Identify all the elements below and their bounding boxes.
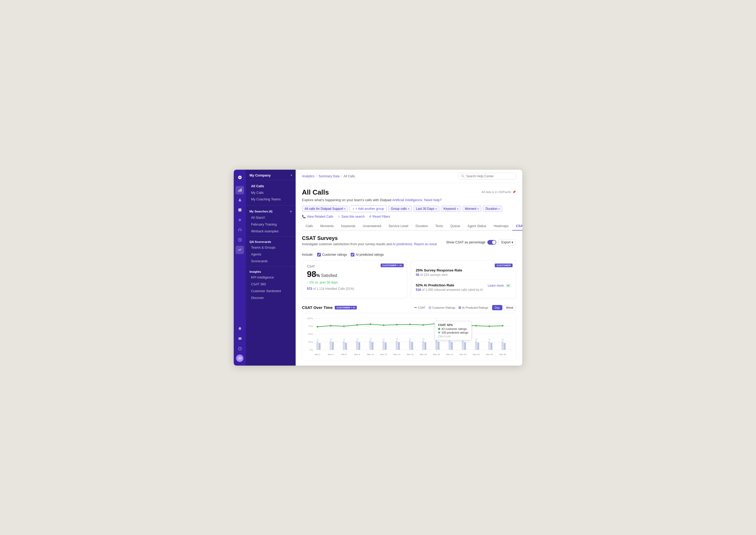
customer-ratings-checkbox[interactable] (317, 253, 321, 257)
filter-label-2: Group calls (391, 207, 407, 211)
tab-calls[interactable]: Calls (302, 222, 317, 231)
filter-label-5: Moment (465, 207, 476, 211)
tabs: Calls Moments Keywords Unanswered Servic… (302, 222, 516, 231)
qa-scorecards-label: QA Scorecards (249, 240, 271, 243)
report-issue-link[interactable]: Report an issue (414, 242, 437, 246)
company-selector[interactable]: My Company ▾ (246, 170, 295, 180)
sidebar-item-discover[interactable]: Discover (247, 295, 294, 301)
svg-rect-37 (411, 342, 413, 350)
sidebar-item-my-calls[interactable]: My Calls (247, 190, 294, 196)
svg-text:Mar 24: Mar 24 (460, 353, 467, 355)
nav-analytics-icon[interactable] (236, 186, 244, 194)
filter-group-calls[interactable]: Group calls ▾ (388, 206, 412, 212)
reset-filters-link[interactable]: ↺ Reset Filters (369, 215, 390, 218)
sidebar-divider (246, 205, 295, 206)
filter-label-3: Last 30 Days (416, 207, 434, 211)
app-logo[interactable] (236, 173, 244, 182)
svg-text:Mar 22: Mar 22 (446, 353, 453, 355)
user-avatar[interactable]: JD (236, 354, 243, 362)
sidebar-item-scorecards[interactable]: Scorecards (247, 258, 294, 264)
nav-contacts-icon[interactable] (236, 196, 244, 204)
svg-rect-45 (464, 342, 466, 350)
chart-btn-week[interactable]: Week (503, 305, 516, 310)
svg-point-54 (343, 325, 345, 327)
nav-notifications-icon[interactable] (236, 325, 244, 333)
nav-trends-icon[interactable] (236, 246, 244, 254)
sidebar-item-kpi[interactable]: KPI Intelligence (247, 274, 294, 281)
ai-link[interactable]: Artificial Intelligence. (392, 198, 423, 202)
chart-btn-day[interactable]: Day (492, 305, 503, 310)
svg-text:0%: 0% (310, 349, 313, 351)
save-search-link[interactable]: ☆ Save this search (338, 215, 365, 218)
sidebar-item-my-coaching-teams[interactable]: My Coaching Teams (247, 196, 294, 203)
sidebar-item-csat-360[interactable]: CSAT 360 (247, 281, 294, 288)
svg-text:18: 18 (449, 338, 451, 340)
sidebar-item-all-stars[interactable]: All Stars!! (247, 214, 294, 221)
tab-unanswered[interactable]: Unanswered (359, 222, 385, 231)
pin-icon[interactable]: 📌 (512, 190, 516, 194)
svg-point-53 (330, 325, 332, 326)
filter-duration[interactable]: Duration ▾ (483, 206, 502, 212)
nav-settings-icon[interactable] (236, 216, 244, 224)
nav-history-icon[interactable] (236, 236, 244, 244)
sidebar-item-winback[interactable]: Winback examples (247, 228, 294, 235)
svg-point-4 (239, 199, 240, 200)
tab-agent-status[interactable]: Agent Status (464, 222, 490, 231)
filter-label-1: + Add another group (355, 207, 384, 211)
filter-dialpad-support[interactable]: All calls for Dialpad Support ▾ (302, 206, 348, 212)
plus-icon: + (352, 207, 354, 211)
filter-last-30-days[interactable]: Last 30 Days ▾ (413, 206, 439, 212)
customer-ratings-checkbox-label[interactable]: Customer ratings (317, 253, 347, 257)
nav-chat-icon[interactable] (236, 335, 244, 343)
add-search-icon[interactable]: + (290, 209, 292, 213)
learn-more-link[interactable]: Learn more (488, 284, 504, 288)
svg-text:?: ? (239, 348, 240, 350)
company-name: My Company (249, 173, 271, 177)
svg-rect-7 (240, 230, 241, 231)
sidebar-item-customer-sentiment[interactable]: Customer Sentiment (247, 288, 294, 294)
ai-ratings-checkbox[interactable] (351, 253, 354, 257)
filter-add-group[interactable]: + + Add another group (350, 206, 387, 212)
tab-queue[interactable]: Queue (447, 222, 464, 231)
chart-legend: CSAT Customer Ratings Ai Predicted Ratin… (414, 306, 488, 309)
ai-predictions-link[interactable]: Ai predictions. (392, 242, 413, 246)
filter-label-6: Duration (486, 207, 497, 211)
tab-service-level[interactable]: Service Level (385, 222, 412, 231)
page-subtitle: Explore what's happening on your team's … (302, 198, 516, 202)
tab-heatmaps[interactable]: Heatmaps (490, 222, 512, 231)
actions-bar: 📞 View Related Calls ☆ Save this search … (302, 215, 516, 218)
filter-keyword[interactable]: Keyword ▾ (441, 206, 461, 212)
breadcrumb-analytics[interactable]: Analytics (302, 174, 315, 178)
sidebar-item-teams-groups[interactable]: Teams & Groups (247, 244, 294, 251)
sidebar-item-february-training[interactable]: February Training (247, 221, 294, 228)
sidebar-item-all-calls[interactable]: All Calls (247, 183, 294, 189)
svg-text:Mar 28: Mar 28 (486, 353, 493, 355)
export-button[interactable]: Export ▾ (498, 239, 516, 245)
need-help-link[interactable]: Need help? (423, 198, 441, 202)
nav-headset-icon[interactable] (236, 226, 244, 234)
tab-csat-surveys[interactable]: CSAT Surveys (512, 222, 522, 231)
search-box[interactable] (458, 173, 516, 180)
tab-keywords[interactable]: Keywords (337, 222, 359, 231)
right-stat-sub-1: 516 of 1,000 inbound answered calls rate… (416, 288, 511, 292)
csat-toggle[interactable] (488, 240, 496, 245)
nav-calls-icon[interactable] (236, 206, 244, 214)
tab-duration[interactable]: Duration (412, 222, 432, 231)
svg-rect-23 (319, 343, 321, 350)
tab-texts[interactable]: Texts (432, 222, 447, 231)
svg-rect-29 (358, 342, 360, 350)
right-card-inner: 25% Survey Response Rate 56 of 224 surve… (416, 265, 511, 294)
stat-suffix: Satisfied (321, 273, 337, 278)
tab-moments[interactable]: Moments (317, 222, 337, 231)
csat-title-group: CSAT Surveys Investigate customer satisf… (302, 235, 437, 250)
view-related-calls-link[interactable]: 📞 View Related Calls (302, 215, 333, 218)
action-label-2: Reset Filters (373, 215, 390, 218)
sidebar-item-agents[interactable]: Agents (247, 251, 294, 258)
breadcrumb-summary-data[interactable]: Summary Data (319, 174, 339, 178)
stat-trend: ↑ 2% vs. prev 30 days (307, 281, 402, 284)
ai-ratings-checkbox-label[interactable]: Ai predicted ratings (351, 253, 384, 257)
nav-help-icon[interactable]: ? (236, 345, 244, 353)
filter-moment[interactable]: Moment ▾ (462, 206, 481, 212)
search-input[interactable] (466, 174, 513, 178)
refresh-icon: ↺ (369, 215, 372, 218)
